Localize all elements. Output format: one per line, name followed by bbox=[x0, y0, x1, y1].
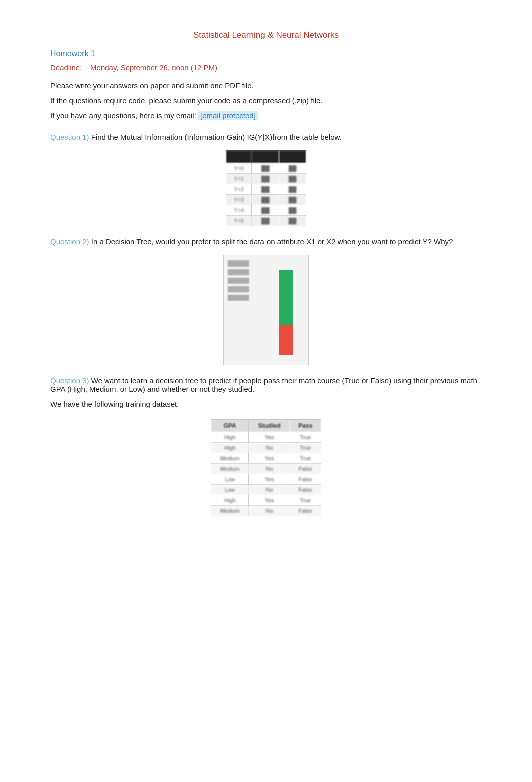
q2-bar-chart: ██████ ██████ ██████ ██████ ██████ bbox=[223, 255, 309, 365]
question-3-label: Question 3) bbox=[50, 376, 89, 385]
cell: Medium bbox=[211, 464, 249, 474]
cell: Low bbox=[211, 485, 249, 495]
cell: Y=4 bbox=[226, 205, 252, 216]
cell: Medium bbox=[211, 453, 249, 464]
cell: True bbox=[290, 495, 321, 506]
cell: ██ bbox=[252, 205, 279, 216]
cell: Yes bbox=[249, 474, 290, 485]
cell: High bbox=[211, 432, 249, 443]
bar-red bbox=[279, 325, 293, 355]
question-2-text: In a Decision Tree, would you prefer to … bbox=[91, 237, 453, 246]
cell: False bbox=[290, 485, 321, 495]
question-3-text: We want to learn a decision tree to pred… bbox=[50, 376, 477, 393]
q1-table: X=0 X=1 Y=0 ██ ██ Y=1 ██ ██ Y=2 ██ ██ Y=… bbox=[226, 150, 306, 226]
q3-col-header-studied: Studied bbox=[249, 420, 290, 432]
q1-table-container: X=0 X=1 Y=0 ██ ██ Y=1 ██ ██ Y=2 ██ ██ Y=… bbox=[50, 150, 482, 226]
q3-table: GPA Studied Pass High Yes True High No T… bbox=[211, 419, 321, 516]
cell: High bbox=[211, 443, 249, 453]
table-row: Y=2 ██ ██ bbox=[226, 184, 306, 195]
deadline-value: Monday, September 26, noon (12 PM) bbox=[90, 63, 217, 72]
table-row: Low No False bbox=[211, 485, 321, 495]
q3-col-header-pass: Pass bbox=[290, 420, 321, 432]
cell: ██ bbox=[252, 216, 279, 226]
page-title: Statistical Learning & Neural Networks bbox=[50, 30, 482, 40]
cell: ██ bbox=[279, 195, 306, 205]
q3-col-header-gpa: GPA bbox=[211, 420, 249, 432]
cell: ██ bbox=[252, 184, 279, 195]
bar-green bbox=[279, 270, 293, 325]
q1-col-header-2: X=1 bbox=[279, 151, 306, 163]
instruction-1: Please write your answers on paper and s… bbox=[50, 80, 482, 92]
q3-table-container: GPA Studied Pass High Yes True High No T… bbox=[50, 419, 482, 516]
cell: ██ bbox=[279, 163, 306, 174]
question-2-label: Question 2) bbox=[50, 237, 89, 246]
table-row: Y=0 ██ ██ bbox=[226, 163, 306, 174]
cell: False bbox=[290, 506, 321, 516]
cell: Y=0 bbox=[226, 163, 252, 174]
cell: Y=5 bbox=[226, 216, 252, 226]
table-row: Medium Yes True bbox=[211, 453, 321, 464]
table-row: Low Yes False bbox=[211, 474, 321, 485]
cell: No bbox=[249, 485, 290, 495]
cell: No bbox=[249, 443, 290, 453]
email-link[interactable]: [email protected] bbox=[198, 111, 258, 120]
question-1-label: Question 1) bbox=[50, 133, 89, 141]
cell: False bbox=[290, 474, 321, 485]
table-row: High No True bbox=[211, 443, 321, 453]
cell: Yes bbox=[249, 495, 290, 506]
q2-chart-container: ██████ ██████ ██████ ██████ ██████ bbox=[50, 255, 482, 365]
cell: High bbox=[211, 495, 249, 506]
cell: True bbox=[290, 453, 321, 464]
q3-sub-text: We have the following training dataset: bbox=[50, 398, 482, 410]
cell: Y=1 bbox=[226, 174, 252, 184]
table-row: Medium No False bbox=[211, 506, 321, 516]
table-row: Y=1 ██ ██ bbox=[226, 174, 306, 184]
cell: False bbox=[290, 464, 321, 474]
cell: ██ bbox=[279, 174, 306, 184]
cell: Yes bbox=[249, 453, 290, 464]
cell: Yes bbox=[249, 432, 290, 443]
cell: No bbox=[249, 506, 290, 516]
deadline-label: Deadline: bbox=[50, 63, 82, 72]
cell: ██ bbox=[252, 174, 279, 184]
table-row: Y=3 ██ ██ bbox=[226, 195, 306, 205]
table-row: Medium No False bbox=[211, 464, 321, 474]
homework-label: Homework 1 bbox=[50, 49, 482, 58]
instruction-2: If the questions require code, please su… bbox=[50, 95, 482, 107]
cell: Low bbox=[211, 474, 249, 485]
cell: ██ bbox=[279, 216, 306, 226]
chart-y-labels: ██████ ██████ ██████ ██████ ██████ bbox=[228, 260, 263, 303]
cell: Y=2 bbox=[226, 184, 252, 195]
bar-stack bbox=[279, 270, 293, 355]
cell: Y=3 bbox=[226, 195, 252, 205]
question-3-section: Question 3) We want to learn a decision … bbox=[50, 376, 482, 393]
question-2-section: Question 2) In a Decision Tree, would yo… bbox=[50, 237, 482, 246]
cell: No bbox=[249, 464, 290, 474]
cell: Medium bbox=[211, 506, 249, 516]
table-row: High Yes True bbox=[211, 495, 321, 506]
cell: ██ bbox=[279, 184, 306, 195]
cell: True bbox=[290, 432, 321, 443]
cell: ██ bbox=[252, 195, 279, 205]
q1-col-header-0 bbox=[226, 151, 252, 163]
cell: ██ bbox=[279, 205, 306, 216]
cell: True bbox=[290, 443, 321, 453]
table-row: Y=4 ██ ██ bbox=[226, 205, 306, 216]
instruction-3: If you have any questions, here is my em… bbox=[50, 110, 482, 122]
table-row: Y=5 ██ ██ bbox=[226, 216, 306, 226]
table-row: High Yes True bbox=[211, 432, 321, 443]
cell: ██ bbox=[252, 163, 279, 174]
question-1-section: Question 1) Find the Mutual Information … bbox=[50, 133, 482, 141]
deadline: Deadline: Monday, September 26, noon (12… bbox=[50, 63, 482, 72]
question-1-text: Find the Mutual Information (Information… bbox=[91, 133, 342, 141]
q1-col-header-1: X=0 bbox=[252, 151, 279, 163]
